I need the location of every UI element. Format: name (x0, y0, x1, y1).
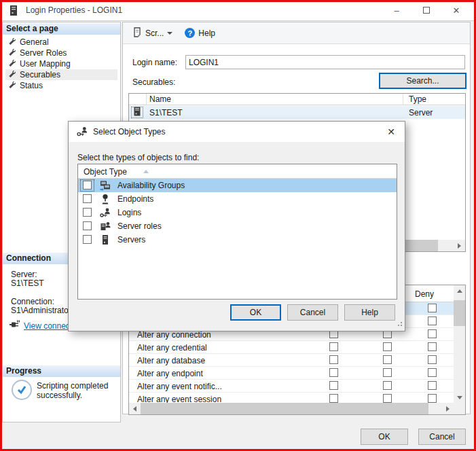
endpoints-icon (100, 194, 111, 206)
grant-checkbox[interactable] (329, 394, 338, 403)
table-row[interactable]: Alter any database (129, 354, 454, 367)
deny-checkbox[interactable] (428, 329, 437, 338)
table-row[interactable]: Alter any endpoint (129, 367, 454, 380)
list-item-server-roles[interactable]: Server roles (78, 219, 397, 233)
scrollbar-thumb[interactable] (454, 300, 465, 326)
maximize-button[interactable] (414, 0, 439, 20)
help-button[interactable]: ? Help (181, 26, 219, 40)
grant-checkbox[interactable] (329, 368, 338, 377)
deny-checkbox[interactable] (428, 368, 437, 377)
dialog-close-button[interactable]: ✕ (380, 122, 402, 142)
progress-header: Progress (3, 365, 120, 377)
servers-checkbox[interactable] (83, 235, 92, 244)
scrollbar-corner (454, 403, 465, 414)
wrench-icon (8, 48, 16, 58)
search-button-label: Search... (406, 76, 439, 86)
help-button-label: Help (198, 29, 215, 38)
grant-checkbox[interactable] (329, 355, 338, 364)
column-header-deny[interactable]: Deny (415, 289, 434, 299)
server-icon (134, 107, 141, 118)
search-button[interactable]: Search... (379, 73, 466, 89)
maximize-icon (423, 7, 430, 14)
securables-label: Securables: (132, 77, 175, 87)
object-types-icon (77, 126, 88, 139)
resize-grip[interactable] (396, 319, 403, 329)
grant-checkbox[interactable] (329, 381, 338, 390)
list-item-availability-groups[interactable]: Availability Groups (78, 179, 397, 192)
deny-checkbox[interactable] (428, 304, 437, 312)
scroll-right-icon[interactable] (442, 403, 454, 414)
with-grant-checkbox[interactable] (383, 342, 392, 351)
column-divider (403, 94, 403, 105)
deny-checkbox[interactable] (428, 394, 437, 403)
list-item-servers[interactable]: Servers (78, 233, 397, 247)
horizontal-scrollbar[interactable] (129, 403, 454, 414)
help-button-label: Help (361, 308, 378, 317)
ok-button[interactable]: OK (361, 429, 408, 445)
list-item-endpoints[interactable]: Endpoints (78, 192, 397, 206)
dialog-cancel-button[interactable]: Cancel (287, 304, 338, 321)
with-grant-checkbox[interactable] (383, 368, 392, 377)
table-row[interactable]: S1\TEST Server (129, 106, 465, 119)
list-item-label: Endpoints (117, 194, 153, 204)
sidebar-item-securables[interactable]: Securables (5, 69, 117, 80)
progress-status-text: Scripting completed successfully. (37, 381, 113, 400)
dialog-prompt: Select the types of objects to find: (77, 153, 199, 162)
login-name-input[interactable] (185, 55, 465, 69)
grant-checkbox[interactable] (329, 342, 338, 351)
sidebar-item-label: User Mapping (20, 59, 71, 69)
table-row[interactable]: Alter any event notific... (129, 380, 454, 393)
availability-groups-icon (100, 180, 111, 193)
connection-server-label: Server: (11, 270, 37, 279)
sort-ascending-icon (143, 170, 149, 173)
close-button[interactable]: ✕ (444, 0, 469, 20)
close-icon: ✕ (387, 126, 395, 137)
cancel-button[interactable]: Cancel (418, 429, 466, 445)
vertical-scrollbar[interactable] (454, 285, 465, 403)
scroll-up-icon[interactable] (454, 285, 465, 297)
login-properties-window: Login Properties - LOGIN1 – ✕ Select a p… (0, 0, 476, 451)
row-focus-box (131, 107, 143, 118)
connection-server-value: S1\TEST (11, 278, 44, 288)
list-item-label: Server roles (117, 221, 162, 231)
help-icon: ? (185, 28, 195, 38)
window-title: Login Properties - LOGIN1 (26, 0, 122, 21)
scroll-right-icon[interactable] (454, 240, 465, 251)
permission-name: Alter any endpoint (137, 369, 203, 378)
minimize-button[interactable]: – (384, 0, 409, 20)
scroll-down-icon[interactable] (454, 392, 465, 403)
login-name-label: Login name: (132, 58, 177, 67)
object-type-list: Object Type Availability Groups Endpoint… (77, 164, 397, 300)
permission-name: Alter any event notific... (137, 382, 222, 391)
with-grant-checkbox[interactable] (383, 394, 392, 403)
deny-checkbox[interactable] (428, 317, 437, 325)
object-type-column-header[interactable]: Object Type (78, 164, 397, 179)
server-roles-checkbox[interactable] (83, 221, 92, 230)
table-row[interactable]: Alter any credential (129, 341, 454, 354)
logins-checkbox[interactable] (83, 208, 92, 217)
row-type: Server (409, 108, 433, 118)
with-grant-checkbox[interactable] (383, 381, 392, 390)
wrench-icon (8, 70, 16, 79)
sidebar-item-server-roles[interactable]: Server Roles (5, 48, 117, 58)
column-header-type[interactable]: Type (409, 94, 426, 104)
sidebar-item-general[interactable]: General (5, 37, 117, 48)
permission-name: Alter any connection (137, 330, 211, 340)
endpoints-checkbox[interactable] (83, 194, 92, 203)
availability-groups-checkbox[interactable] (83, 181, 92, 190)
dialog-help-button[interactable]: Help (344, 304, 395, 321)
with-grant-checkbox[interactable] (383, 355, 392, 364)
column-header-name[interactable]: Name (149, 94, 171, 104)
deny-checkbox[interactable] (428, 381, 437, 390)
sidebar-item-user-mapping[interactable]: User Mapping (5, 58, 117, 69)
wrench-icon (8, 37, 16, 47)
script-button[interactable]: Scr... (128, 25, 177, 41)
scrollbar-thumb[interactable] (141, 403, 428, 414)
list-item-logins[interactable]: Logins (78, 206, 397, 219)
sidebar-item-label: Status (20, 81, 43, 90)
deny-checkbox[interactable] (428, 342, 437, 351)
deny-checkbox[interactable] (428, 355, 437, 364)
sidebar-item-status[interactable]: Status (5, 80, 117, 91)
dialog-ok-button[interactable]: OK (230, 304, 281, 321)
scroll-left-icon[interactable] (129, 403, 141, 414)
